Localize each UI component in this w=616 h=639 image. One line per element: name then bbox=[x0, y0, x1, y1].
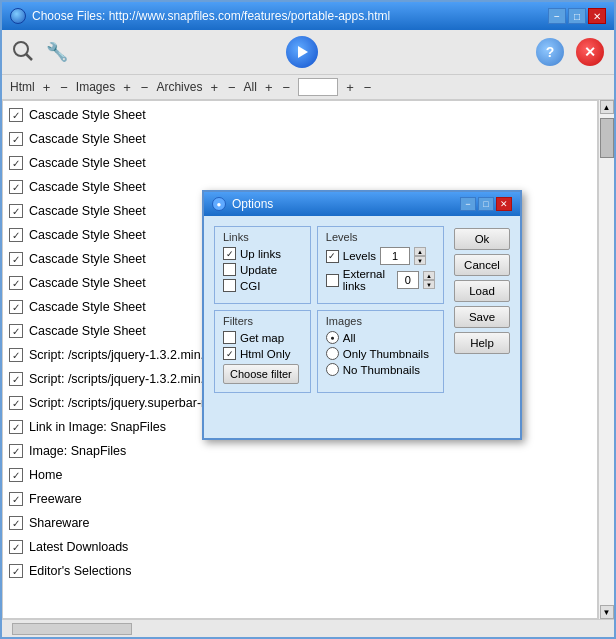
filter-images-add[interactable]: + bbox=[121, 80, 133, 95]
filter-archives-add[interactable]: + bbox=[208, 80, 220, 95]
toolbar-close-button[interactable]: ✕ bbox=[574, 36, 606, 68]
close-button[interactable]: ✕ bbox=[588, 8, 606, 24]
update-label: Update bbox=[240, 264, 277, 276]
get-map-checkbox[interactable] bbox=[223, 331, 236, 344]
filter-archives-remove[interactable]: − bbox=[226, 80, 238, 95]
cgi-checkbox[interactable] bbox=[223, 279, 236, 292]
search-button[interactable] bbox=[10, 38, 36, 67]
filter-images-label: Images bbox=[76, 80, 115, 94]
list-item-checkbox[interactable] bbox=[9, 132, 23, 146]
ext-links-down-arrow[interactable]: ▼ bbox=[423, 280, 435, 289]
list-item-checkbox[interactable] bbox=[9, 540, 23, 554]
title-bar-text: Choose Files: http://www.snapfiles.com/f… bbox=[32, 9, 542, 23]
list-item-checkbox[interactable] bbox=[9, 348, 23, 362]
filter-archives-label: Archives bbox=[156, 80, 202, 94]
list-item-label: Image: SnapFiles bbox=[29, 444, 126, 458]
list-item-checkbox[interactable] bbox=[9, 300, 23, 314]
list-item-checkbox[interactable] bbox=[9, 444, 23, 458]
external-links-value[interactable]: 0 bbox=[397, 271, 419, 289]
list-item-checkbox[interactable] bbox=[9, 108, 23, 122]
update-row: Update bbox=[223, 263, 302, 276]
list-item[interactable]: Freeware bbox=[3, 487, 597, 511]
links-title: Links bbox=[223, 231, 302, 243]
levels-label: Levels bbox=[343, 250, 376, 262]
content-area: Cascade Style SheetCascade Style SheetCa… bbox=[2, 100, 614, 619]
list-item-checkbox[interactable] bbox=[9, 204, 23, 218]
dialog-restore-button[interactable]: □ bbox=[478, 197, 494, 211]
help-icon: ? bbox=[536, 38, 564, 66]
list-item-checkbox[interactable] bbox=[9, 276, 23, 290]
html-only-checkbox[interactable] bbox=[223, 347, 236, 360]
filter-all-add[interactable]: + bbox=[263, 80, 275, 95]
svg-marker-2 bbox=[298, 46, 308, 58]
list-item-label: Cascade Style Sheet bbox=[29, 108, 146, 122]
list-item[interactable]: Image: SnapFiles bbox=[3, 439, 597, 463]
list-item-checkbox[interactable] bbox=[9, 564, 23, 578]
cancel-button[interactable]: Cancel bbox=[454, 254, 510, 276]
ext-links-up-arrow[interactable]: ▲ bbox=[423, 271, 435, 280]
no-thumbnails-radio[interactable] bbox=[326, 363, 339, 376]
levels-row: Levels 1 ▲ ▼ bbox=[326, 247, 435, 265]
all-radio[interactable] bbox=[326, 331, 339, 344]
list-item-checkbox[interactable] bbox=[9, 156, 23, 170]
restore-button[interactable]: □ bbox=[568, 8, 586, 24]
only-thumbnails-radio[interactable] bbox=[326, 347, 339, 360]
help-button[interactable]: Help bbox=[454, 332, 510, 354]
scroll-up-arrow[interactable]: ▲ bbox=[600, 100, 614, 114]
go-button[interactable] bbox=[284, 34, 320, 70]
dialog-close-button[interactable]: ✕ bbox=[496, 197, 512, 211]
save-button[interactable]: Save bbox=[454, 306, 510, 328]
filter-images-remove[interactable]: − bbox=[139, 80, 151, 95]
levels-value[interactable]: 1 bbox=[380, 247, 410, 265]
filter-all-remove[interactable]: − bbox=[281, 80, 293, 95]
scrollbar[interactable]: ▲ ▼ bbox=[598, 100, 614, 619]
filter-input-add[interactable]: + bbox=[344, 80, 356, 95]
list-item-checkbox[interactable] bbox=[9, 420, 23, 434]
levels-down-arrow[interactable]: ▼ bbox=[414, 256, 426, 265]
list-item-label: Cascade Style Sheet bbox=[29, 324, 146, 338]
scroll-down-arrow[interactable]: ▼ bbox=[600, 605, 614, 619]
choose-filter-button[interactable]: Choose filter bbox=[223, 364, 299, 384]
list-item[interactable]: Shareware bbox=[3, 511, 597, 535]
load-button[interactable]: Load bbox=[454, 280, 510, 302]
close-icon: ✕ bbox=[576, 38, 604, 66]
ok-button[interactable]: Ok bbox=[454, 228, 510, 250]
filter-html-add[interactable]: + bbox=[41, 80, 53, 95]
list-item-label: Cascade Style Sheet bbox=[29, 180, 146, 194]
list-item[interactable]: Editor's Selections bbox=[3, 559, 597, 583]
html-only-row: Html Only bbox=[223, 347, 302, 360]
levels-checkbox[interactable] bbox=[326, 250, 339, 263]
filter-html-remove[interactable]: − bbox=[58, 80, 70, 95]
scroll-thumb[interactable] bbox=[600, 118, 614, 158]
list-item[interactable]: Cascade Style Sheet bbox=[3, 127, 597, 151]
list-item-checkbox[interactable] bbox=[9, 396, 23, 410]
dialog-buttons: Ok Cancel Load Save Help bbox=[450, 220, 516, 399]
go-icon bbox=[286, 36, 318, 68]
list-item-checkbox[interactable] bbox=[9, 492, 23, 506]
dialog-minimize-button[interactable]: − bbox=[460, 197, 476, 211]
levels-up-arrow[interactable]: ▲ bbox=[414, 247, 426, 256]
horizontal-scrollbar[interactable] bbox=[12, 623, 132, 635]
dialog-content: Links Up links Update CGI bbox=[204, 216, 520, 403]
list-item-checkbox[interactable] bbox=[9, 228, 23, 242]
list-item[interactable]: Cascade Style Sheet bbox=[3, 103, 597, 127]
minimize-button[interactable]: − bbox=[548, 8, 566, 24]
list-item-checkbox[interactable] bbox=[9, 324, 23, 338]
up-links-checkbox[interactable] bbox=[223, 247, 236, 260]
svg-point-0 bbox=[14, 42, 28, 56]
list-item[interactable]: Latest Downloads bbox=[3, 535, 597, 559]
filter-input-remove[interactable]: − bbox=[362, 80, 374, 95]
filter-input[interactable] bbox=[298, 78, 338, 96]
list-item-checkbox[interactable] bbox=[9, 516, 23, 530]
update-checkbox[interactable] bbox=[223, 263, 236, 276]
help-button[interactable]: ? bbox=[534, 36, 566, 68]
list-item-checkbox[interactable] bbox=[9, 372, 23, 386]
wrench-button[interactable]: 🔧 bbox=[44, 39, 70, 65]
list-item-checkbox[interactable] bbox=[9, 468, 23, 482]
list-item[interactable]: Cascade Style Sheet bbox=[3, 151, 597, 175]
list-item-checkbox[interactable] bbox=[9, 252, 23, 266]
levels-title: Levels bbox=[326, 231, 435, 243]
list-item[interactable]: Home bbox=[3, 463, 597, 487]
list-item-checkbox[interactable] bbox=[9, 180, 23, 194]
external-links-checkbox[interactable] bbox=[326, 274, 339, 287]
